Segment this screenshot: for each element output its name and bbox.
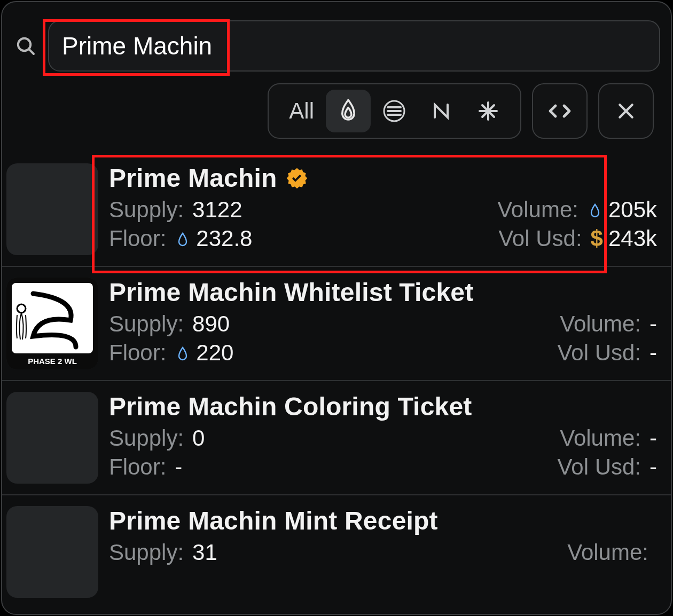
svg-text:PHASE 2 WL: PHASE 2 WL (28, 357, 77, 366)
sui-icon (175, 340, 191, 366)
stat-supply: Supply: 0 (109, 425, 372, 451)
result-title: Prime Machin Whitelist Ticket (109, 278, 473, 307)
filter-near[interactable] (418, 90, 465, 132)
filter-sui[interactable] (326, 90, 371, 132)
stat-floor: Floor: 220 (109, 340, 372, 366)
svg-rect-3 (387, 106, 402, 108)
search-icon (13, 33, 38, 59)
close-icon (615, 100, 637, 122)
code-icon (547, 98, 573, 124)
near-icon (429, 99, 453, 123)
search-dropdown-panel: All (1, 1, 672, 615)
search-row (2, 2, 671, 72)
svg-rect-5 (387, 114, 402, 116)
stat-vol-usd: Vol Usd: $ 243k (394, 226, 657, 251)
result-body: Prime Machin Supply: 3122 Volume: (109, 163, 657, 251)
stat-volume: Volume: - (394, 425, 657, 451)
stat-volume: Volume: 205k (394, 197, 657, 223)
result-body: Prime Machin Whitelist Ticket Supply: 89… (109, 278, 657, 366)
filter-other-chain[interactable] (465, 90, 512, 132)
stat-volume: Volume: - (394, 311, 657, 337)
close-button[interactable] (598, 83, 654, 139)
svg-line-1 (29, 50, 34, 54)
code-button[interactable] (532, 83, 588, 139)
result-item[interactable]: Prime Machin Supply: 3122 Volume: (2, 153, 671, 267)
star-lines-icon (476, 99, 500, 123)
filter-row: All (2, 72, 671, 149)
stat-supply: Supply: 890 (109, 311, 372, 337)
chain-filter-group: All (268, 83, 521, 139)
search-field[interactable] (48, 20, 660, 72)
result-body: Prime Machin Mint Receipt Supply: 31 Vol… (109, 506, 657, 565)
result-body: Prime Machin Coloring Ticket Supply: 0 V… (109, 392, 657, 480)
result-item[interactable]: Prime Machin Coloring Ticket Supply: 0 V… (2, 381, 671, 495)
sui-icon (587, 197, 603, 223)
result-thumbnail (6, 506, 98, 598)
stat-supply: Supply: 3122 (109, 197, 372, 223)
result-title: Prime Machin (109, 163, 277, 193)
stat-vol-usd: Vol Usd: - (394, 454, 657, 480)
dollar-icon: $ (591, 226, 603, 251)
sui-icon (338, 98, 359, 124)
result-item[interactable]: PHASE 2 WL Prime Machin Whitelist Ticket… (2, 267, 671, 381)
result-title: Prime Machin Coloring Ticket (109, 392, 472, 421)
stat-supply: Supply: 31 (109, 540, 372, 565)
stat-floor: Floor: 232.8 (109, 226, 372, 251)
result-thumbnail (6, 163, 98, 255)
stat-volume: Volume: (394, 540, 657, 565)
sui-icon (175, 226, 191, 251)
search-input[interactable] (62, 31, 646, 60)
result-item[interactable]: Prime Machin Mint Receipt Supply: 31 Vol… (2, 495, 671, 609)
result-thumbnail (6, 392, 98, 484)
stat-vol-usd: Vol Usd: - (394, 340, 657, 366)
result-thumbnail: PHASE 2 WL (6, 278, 98, 369)
svg-rect-4 (387, 110, 402, 112)
verified-icon (286, 167, 308, 189)
filter-all[interactable]: All (277, 90, 326, 132)
svg-point-14 (17, 304, 26, 313)
stat-floor: Floor: - (109, 454, 372, 480)
aptos-icon (382, 99, 406, 123)
results-list: Prime Machin Supply: 3122 Volume: (2, 153, 671, 609)
result-title: Prime Machin Mint Receipt (109, 506, 438, 535)
filter-all-label: All (289, 98, 314, 124)
filter-aptos[interactable] (371, 90, 418, 132)
